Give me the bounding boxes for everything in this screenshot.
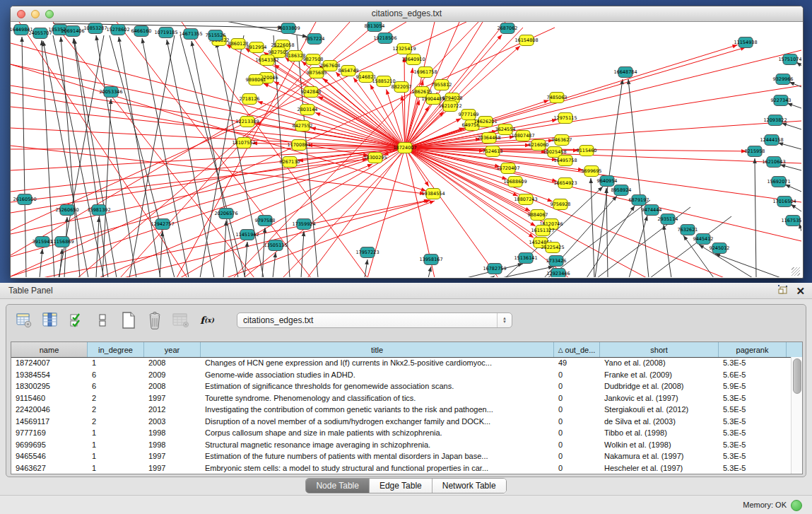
new-column-icon[interactable] xyxy=(119,311,138,329)
table-row[interactable]: 977716911998Corpus callosum shape and si… xyxy=(11,428,802,440)
graph-node[interactable]: 6466160 xyxy=(131,26,152,37)
memory-ok-icon[interactable] xyxy=(791,500,802,511)
show-columns-icon[interactable] xyxy=(41,311,59,329)
graph-node[interactable]: 20053346 xyxy=(99,87,122,98)
table-vertical-scrollbar[interactable] xyxy=(791,357,802,474)
graph-node[interactable]: 9474444 xyxy=(642,205,662,216)
scrollbar-thumb[interactable] xyxy=(793,358,801,394)
graph-node[interactable]: 11675358 xyxy=(781,216,801,226)
graph-node[interactable]: 19384554 xyxy=(421,189,445,199)
graph-node[interactable]: 18107552 xyxy=(232,138,255,148)
tab-node-table[interactable]: Node Table xyxy=(306,479,370,493)
graph-node[interactable]: 7632621 xyxy=(678,225,698,235)
table-source-dropdown[interactable]: citations_edges.txt ▲▼ xyxy=(237,313,512,328)
graph-node[interactable]: 9242848 xyxy=(301,87,322,98)
graph-node[interactable]: 25225425 xyxy=(541,243,564,253)
graph-node[interactable]: 16210722 xyxy=(438,101,461,112)
graph-node[interactable]: 16782759 xyxy=(483,264,506,274)
graph-node[interactable]: 6879197 xyxy=(629,195,649,206)
table-row[interactable]: 1830029562008Estimation of significance … xyxy=(11,381,802,393)
close-panel-icon[interactable]: ✕ xyxy=(796,285,805,298)
graph-node[interactable]: 9227343 xyxy=(771,95,792,106)
graph-node[interactable]: 2935114 xyxy=(658,214,678,225)
graph-node[interactable]: 8822057 xyxy=(392,82,412,93)
graph-node[interactable]: 11156869 xyxy=(50,237,73,247)
column-header-out-de-[interactable]: △out_de... xyxy=(554,342,600,357)
graph-node[interactable]: 18807243 xyxy=(514,194,537,205)
graph-node[interactable]: 16654923 xyxy=(553,178,577,189)
select-rows-icon[interactable] xyxy=(67,311,86,329)
table-row[interactable]: 1938455462009Genome-wide association stu… xyxy=(11,370,802,382)
graph-node[interactable]: 7485063 xyxy=(547,93,567,103)
graph-node[interactable]: 11154938 xyxy=(734,37,757,48)
table-settings-icon[interactable] xyxy=(15,311,33,329)
graph-node[interactable]: 9699695 xyxy=(582,166,602,177)
network-canvas[interactable]: 1872400718300295193845547963822886012889… xyxy=(11,22,801,277)
table-row[interactable]: 1872400712008Changes of HCN gene express… xyxy=(11,358,802,370)
graph-node[interactable]: 17359924 xyxy=(292,219,315,230)
graph-node[interactable]: 16033809 xyxy=(276,23,300,34)
delete-column-icon[interactable] xyxy=(146,311,164,329)
table-row[interactable]: 969969511998Structural magnetic resonanc… xyxy=(11,440,802,452)
graph-node[interactable]: 9640954 xyxy=(597,176,618,187)
graph-node[interactable]: 16648784 xyxy=(613,67,637,78)
graph-node[interactable]: 9898061 xyxy=(246,75,266,86)
tab-edge-table[interactable]: Edge Table xyxy=(370,479,433,493)
graph-node[interactable]: 10688609 xyxy=(503,177,526,187)
graph-node[interactable]: 15136141 xyxy=(514,253,537,264)
column-header-name[interactable]: name xyxy=(11,342,88,357)
graph-node[interactable]: 12923446 xyxy=(546,269,570,278)
graph-node[interactable]: 8813054 xyxy=(365,22,385,32)
column-header-title[interactable]: title xyxy=(201,342,554,357)
graph-node[interactable]: 1733426 xyxy=(546,256,567,267)
graph-node[interactable]: 10853287 xyxy=(83,23,107,34)
column-header-short[interactable]: short xyxy=(600,342,719,357)
graph-node[interactable]: 19218506 xyxy=(373,33,396,44)
graph-node[interactable]: 8958924 xyxy=(611,185,632,196)
graph-node[interactable]: 13505135 xyxy=(264,240,287,251)
column-header-in-degree[interactable]: in_degree xyxy=(88,342,144,357)
graph-node[interactable]: 25260650 xyxy=(55,205,78,216)
graph-node[interactable]: 15278602 xyxy=(106,25,129,35)
table-row[interactable]: 1456911722003Disruption of a novel membe… xyxy=(11,416,802,428)
graph-node[interactable]: 9884067 xyxy=(528,210,548,221)
graph-node[interactable]: 16961758 xyxy=(413,67,437,78)
graph-node[interactable]: 2718126 xyxy=(240,94,260,105)
graph-node[interactable]: 18640910 xyxy=(401,54,425,65)
float-panel-icon[interactable] xyxy=(777,284,789,298)
graph-node[interactable]: 9445412 xyxy=(693,234,714,245)
graph-node[interactable]: 26160500 xyxy=(13,194,36,205)
function-builder-icon[interactable]: f(x) xyxy=(198,311,216,329)
graph-node[interactable]: 8215958 xyxy=(745,146,765,157)
graph-node[interactable]: 16151327 xyxy=(531,226,554,236)
graph-node[interactable]: 12213389 xyxy=(235,117,259,127)
graph-node[interactable]: 9329966 xyxy=(773,74,794,85)
graph-node[interactable]: 9463627 xyxy=(552,135,572,146)
graph-node[interactable]: 13958167 xyxy=(419,255,442,265)
delete-table-icon[interactable] xyxy=(172,311,190,329)
column-header-year[interactable]: year xyxy=(144,342,201,357)
table-row[interactable]: 946362711997Embryonic stem cells: a mode… xyxy=(11,463,802,475)
row-height-icon[interactable] xyxy=(93,311,112,329)
resize-grip[interactable] xyxy=(792,267,800,276)
table-row[interactable]: 2242004622012Investigating the contribut… xyxy=(11,404,802,416)
graph-node[interactable]: 3915941 xyxy=(33,237,53,247)
window-titlebar[interactable]: citations_edges.txt xyxy=(11,6,803,22)
graph-node[interactable]: 12325419 xyxy=(392,44,416,54)
column-header-pagerank[interactable]: pagerank xyxy=(719,342,787,357)
graph-node[interactable]: 2687062 xyxy=(498,23,518,34)
tab-network-table[interactable]: Network Table xyxy=(433,479,506,493)
table-row[interactable]: 946554611997Estimation of the future num… xyxy=(11,451,802,463)
graph-node[interactable]: 7955812 xyxy=(432,80,452,90)
graph-node[interactable]: 14671355 xyxy=(179,29,202,40)
graph-node[interactable]: 9875685 xyxy=(307,68,327,78)
graph-node[interactable]: 18300295 xyxy=(363,153,387,163)
graph-node[interactable]: 12975115 xyxy=(553,113,577,124)
graph-node[interactable]: 20206576 xyxy=(214,209,237,219)
graph-node[interactable]: 7857224 xyxy=(305,34,325,45)
graph-node[interactable]: 17957223 xyxy=(355,247,379,258)
graph-node[interactable]: 9245012 xyxy=(710,243,730,254)
graph-node[interactable]: 2803144 xyxy=(298,105,318,115)
citation-network-graph[interactable]: 1872400718300295193845547963822886012889… xyxy=(11,22,801,277)
table-row[interactable]: 911546021997Tourette syndrome. Phenomeno… xyxy=(11,393,802,405)
